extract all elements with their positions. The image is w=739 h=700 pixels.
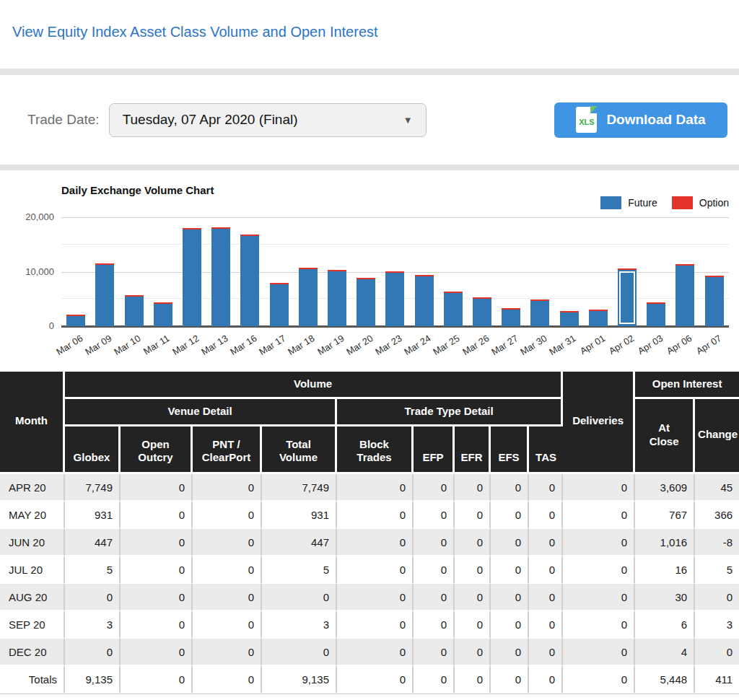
chart-bar-mar-16[interactable] (240, 235, 259, 326)
chart-bar-apr-03[interactable] (647, 302, 665, 326)
cell-block-trades: 0 (337, 556, 414, 584)
chart-bar-mar-23[interactable] (385, 271, 404, 326)
chart-bar-mar-25[interactable] (444, 292, 463, 326)
y-axis-tick-label: 10,000 (25, 266, 54, 277)
cell-efr: 0 (455, 502, 491, 529)
cell-globex: 447 (65, 529, 121, 556)
cell-month: DEC 20 (0, 639, 65, 666)
cell-efs: 0 (491, 556, 529, 584)
cell-change: 411 (695, 666, 739, 694)
cell-globex: 931 (65, 502, 121, 529)
cell-month: JUN 20 (0, 529, 65, 556)
cell-pnt-clearport: 0 (193, 502, 262, 529)
cell-pnt-clearport: 0 (193, 666, 262, 694)
daily-exchange-volume-chart: Daily Exchange Volume Chart FutureOption… (0, 170, 739, 372)
cell-pnt-clearport: 0 (193, 584, 262, 611)
chart-bar-mar-27[interactable] (502, 308, 520, 326)
chart-bar-mar-24[interactable] (415, 275, 434, 326)
cell-efp: 0 (414, 556, 455, 584)
future-segment (705, 277, 724, 326)
cell-at-close: 1,016 (635, 529, 695, 556)
cell-tas: 0 (529, 529, 563, 556)
col-header-efr: EFR (455, 426, 491, 474)
chart-bar-mar-10[interactable] (125, 295, 144, 326)
cell-efr: 0 (455, 611, 491, 639)
legend-swatch-option (672, 196, 693, 209)
table-row: APR 207,749007,7490000003,60945 (0, 474, 739, 502)
legend-swatch-future (600, 196, 621, 209)
chart-bar-mar-26[interactable] (473, 297, 491, 326)
chart-bar-apr-06[interactable] (675, 264, 694, 326)
x-axis-tick-label: Mar 19 (315, 333, 346, 357)
cell-total-volume: 3 (262, 611, 337, 639)
chevron-down-icon: ▼ (403, 115, 413, 126)
col-header-efp: EFP (414, 426, 455, 474)
cell-efs: 0 (491, 639, 529, 666)
x-axis-tick-label: Apr 06 (665, 333, 694, 356)
x-axis-tick-label: Apr 07 (694, 333, 722, 356)
group-header-venue-detail: Venue Detail (65, 399, 337, 426)
cell-block-trades: 0 (337, 611, 414, 639)
chart-bar-apr-02[interactable] (618, 268, 637, 326)
trade-date-label: Trade Date: (27, 112, 100, 128)
chart-legend: FutureOption (586, 196, 729, 209)
cell-month: Totals (0, 666, 65, 694)
x-axis-tick-label: Mar 24 (402, 333, 432, 357)
cell-change: 45 (695, 474, 739, 502)
x-axis-tick-label: Mar 17 (257, 333, 287, 357)
future-segment (502, 310, 520, 326)
y-axis-tick-label: 20,000 (25, 211, 54, 222)
x-axis-tick-label: Mar 10 (112, 333, 142, 357)
cell-efr: 0 (455, 584, 491, 611)
future-segment (385, 273, 404, 326)
cell-tas: 0 (529, 639, 563, 666)
future-segment (589, 311, 608, 326)
future-segment (473, 299, 491, 326)
cell-pnt-clearport: 0 (193, 529, 262, 556)
cell-change: 0 (695, 639, 739, 666)
cell-block-trades: 0 (337, 529, 414, 556)
volume-open-interest-table: Month Volume Deliveries Open Interest Ve… (0, 372, 739, 694)
chart-bar-mar-06[interactable] (66, 315, 85, 326)
table-row: AUG 200000000000300 (0, 584, 739, 611)
cell-month: JUL 20 (0, 556, 65, 584)
cell-change: 366 (695, 502, 739, 529)
future-segment (211, 229, 230, 326)
cell-globex: 9,135 (65, 666, 121, 694)
cell-total-volume: 5 (262, 556, 337, 584)
chart-bar-mar-12[interactable] (183, 228, 201, 326)
cell-deliveries: 0 (563, 474, 635, 502)
chart-bar-mar-09[interactable] (95, 263, 114, 326)
chart-bar-mar-31[interactable] (560, 311, 579, 326)
chart-bar-mar-13[interactable] (211, 227, 230, 326)
chart-bar-mar-18[interactable] (299, 268, 318, 326)
cell-total-volume: 931 (262, 502, 337, 529)
download-data-label: Download Data (606, 112, 705, 128)
col-header-efs: EFS (491, 426, 529, 474)
trade-date-select[interactable]: Tuesday, 07 Apr 2020 (Final) ▼ (109, 103, 427, 137)
download-data-button[interactable]: XLS Download Data (554, 102, 727, 138)
future-segment (125, 297, 144, 326)
cell-at-close: 16 (635, 556, 695, 584)
cell-total-volume: 0 (262, 584, 337, 611)
cell-efr: 0 (455, 529, 491, 556)
chart-bar-mar-17[interactable] (270, 283, 289, 326)
cell-efs: 0 (491, 474, 529, 502)
chart-bar-mar-30[interactable] (530, 299, 549, 326)
cell-month: AUG 20 (0, 584, 65, 611)
chart-bar-mar-19[interactable] (328, 270, 346, 326)
page-header: View Equity Index Asset Class Volume and… (0, 0, 739, 69)
chart-bar-apr-07[interactable] (705, 276, 724, 326)
cell-at-close: 30 (635, 584, 695, 611)
chart-bar-mar-11[interactable] (154, 302, 172, 326)
cell-open-outcry: 0 (121, 666, 193, 694)
cell-deliveries: 0 (563, 529, 635, 556)
cell-efs: 0 (491, 502, 529, 529)
page-title-link[interactable]: View Equity Index Asset Class Volume and… (12, 24, 378, 40)
cell-efr: 0 (455, 639, 491, 666)
group-header-open-interest: Open Interest (635, 372, 739, 399)
group-header-trade-type-detail: Trade Type Detail (337, 399, 563, 426)
chart-bar-apr-01[interactable] (589, 310, 608, 326)
cell-efp: 0 (414, 666, 455, 694)
chart-bar-mar-20[interactable] (357, 278, 375, 326)
